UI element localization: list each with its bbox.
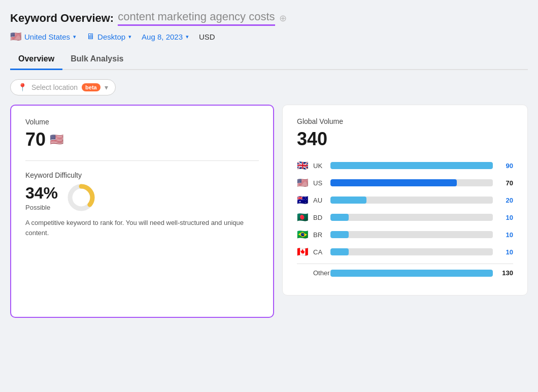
country-row: 🇦🇺 AU 20 xyxy=(297,194,513,206)
country-code-uk: UK xyxy=(313,162,326,170)
country-row: 🇧🇷 BR 10 xyxy=(297,229,513,240)
add-keyword-icon[interactable]: ⊕ xyxy=(279,13,287,24)
other-value: 130 xyxy=(497,269,513,277)
bar-track-br xyxy=(330,231,493,238)
kd-label: Keyword Difficulty xyxy=(25,171,259,179)
country-label: United States xyxy=(24,32,70,41)
date-label: Aug 8, 2023 xyxy=(142,32,183,41)
date-filter[interactable]: Aug 8, 2023 ▾ xyxy=(142,32,189,41)
country-code-ca: CA xyxy=(313,248,326,256)
country-value-br: 10 xyxy=(497,231,513,239)
global-volume-value: 340 xyxy=(297,128,513,150)
bar-fill-us xyxy=(330,179,457,186)
country-value-us: 70 xyxy=(497,179,513,187)
kd-donut-chart xyxy=(67,183,95,212)
page-title-keyword: Keyword Overview: xyxy=(10,12,114,25)
country-code-au: AU xyxy=(313,197,326,204)
country-row: 🇬🇧 UK 90 xyxy=(297,160,513,171)
tabs-row: Overview Bulk Analysis xyxy=(10,49,528,70)
country-row: 🇺🇸 US 70 xyxy=(297,177,513,188)
volume-value-row: 70 🇺🇸 xyxy=(25,129,259,150)
kd-description: A competitive keyword to rank for. You w… xyxy=(25,218,259,238)
device-label: Desktop xyxy=(97,32,125,41)
country-flag-au: 🇦🇺 xyxy=(297,194,309,206)
other-divider xyxy=(297,264,513,264)
country-flag-ca: 🇨🇦 xyxy=(297,246,309,257)
country-value-au: 20 xyxy=(497,197,513,204)
bar-track-ca xyxy=(330,248,493,255)
monitor-icon: 🖥 xyxy=(86,32,94,41)
title-row: Keyword Overview: content marketing agen… xyxy=(10,10,528,26)
tab-bulk-analysis[interactable]: Bulk Analysis xyxy=(62,49,131,70)
tab-overview[interactable]: Overview xyxy=(10,49,62,70)
country-value-bd: 10 xyxy=(497,214,513,221)
country-flag-us: 🇺🇸 xyxy=(297,177,309,188)
location-placeholder: Select location xyxy=(31,83,78,91)
country-code-br: BR xyxy=(313,231,326,239)
currency-label: USD xyxy=(199,32,215,41)
volume-flag: 🇺🇸 xyxy=(50,133,63,146)
country-code-bd: BD xyxy=(313,214,326,221)
bar-fill-br xyxy=(330,231,349,238)
volume-number: 70 xyxy=(25,129,46,150)
country-rows: 🇬🇧 UK 90 🇺🇸 US 70 🇦🇺 AU 20 🇧🇩 BD xyxy=(297,160,513,257)
main-content: Volume 70 🇺🇸 Keyword Difficulty 34% Poss… xyxy=(10,105,528,318)
page-title-query: content marketing agency costs xyxy=(118,10,275,26)
kd-row: 34% Possible xyxy=(25,183,259,212)
bar-track-us xyxy=(330,179,493,186)
device-filter[interactable]: 🖥 Desktop ▾ xyxy=(86,32,131,41)
global-volume-label: Global Volume xyxy=(297,117,513,125)
country-flag-uk: 🇬🇧 xyxy=(297,160,309,171)
bar-track-bd xyxy=(330,214,493,221)
other-label: Other xyxy=(313,269,326,277)
country-flag: 🇺🇸 xyxy=(10,31,21,42)
global-volume-card: Global Volume 340 🇬🇧 UK 90 🇺🇸 US 70 🇦🇺 A… xyxy=(282,105,528,296)
bar-fill-bd xyxy=(330,214,349,221)
device-chevron-icon: ▾ xyxy=(128,34,131,40)
filters-row: 🇺🇸 United States ▾ 🖥 Desktop ▾ Aug 8, 20… xyxy=(10,31,528,42)
country-filter[interactable]: 🇺🇸 United States ▾ xyxy=(10,31,76,42)
volume-label: Volume xyxy=(25,118,259,126)
location-pin-icon: 📍 xyxy=(18,83,27,92)
country-flag-br: 🇧🇷 xyxy=(297,229,309,240)
kd-status: Possible xyxy=(25,204,58,211)
bar-fill-au xyxy=(330,197,366,204)
date-chevron-icon: ▾ xyxy=(186,34,189,40)
location-select[interactable]: 📍 Select location beta ▾ xyxy=(10,79,116,95)
country-code-us: US xyxy=(313,179,326,187)
bar-fill-uk xyxy=(330,162,493,169)
country-row: 🇧🇩 BD 10 xyxy=(297,212,513,223)
page-header: Keyword Overview: content marketing agen… xyxy=(10,10,528,42)
bar-track-uk xyxy=(330,162,493,169)
country-value-ca: 10 xyxy=(497,248,513,256)
volume-keyword-card: Volume 70 🇺🇸 Keyword Difficulty 34% Poss… xyxy=(10,105,274,318)
country-value-uk: 90 xyxy=(497,162,513,170)
bar-track-au xyxy=(330,197,493,204)
country-chevron-icon: ▾ xyxy=(73,34,76,40)
other-bar-track xyxy=(330,270,493,277)
country-row: 🇨🇦 CA 10 xyxy=(297,246,513,257)
beta-badge: beta xyxy=(82,83,100,91)
kd-value: 34% xyxy=(25,184,58,203)
other-row: Other 130 xyxy=(297,269,513,277)
other-bar-fill xyxy=(330,270,493,277)
country-flag-bd: 🇧🇩 xyxy=(297,212,309,223)
location-chevron-icon: ▾ xyxy=(105,83,108,91)
card-divider xyxy=(25,160,259,161)
bar-fill-ca xyxy=(330,248,349,255)
